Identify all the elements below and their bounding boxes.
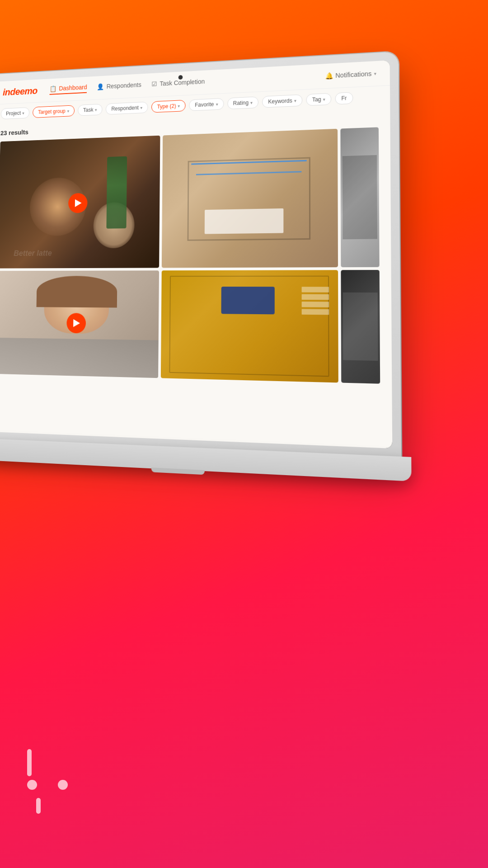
screen-content: indeemo 📋 Dashboard 👤 Respondents [0,60,392,448]
bell-icon: 🔔 [325,72,333,80]
play-triangle-person-icon [73,319,80,327]
filter-type[interactable]: Type (2) ▾ [151,100,186,113]
filter-project[interactable]: Project ▾ [1,107,30,119]
tab-dashboard-label: Dashboard [59,84,87,92]
results-section: 23 results [0,107,392,391]
filter-rating-label: Rating [233,99,249,106]
grid-item-partial-bottom[interactable] [341,270,380,384]
target-group-chevron-icon: ▾ [67,108,69,113]
tab-respondents-label: Respondents [107,81,141,90]
project-chevron-icon: ▾ [22,111,24,115]
rating-chevron-icon: ▾ [250,100,253,105]
filter-favorite-label: Favorite [195,101,214,108]
filter-keywords-label: Keywords [268,98,292,105]
filter-tag-label: Tag [312,96,321,103]
dots-decoration [27,749,68,814]
filter-favorite[interactable]: Favorite ▾ [189,98,224,111]
tab-dashboard[interactable]: 📋 Dashboard [50,84,87,95]
keywords-chevron-icon: ▾ [294,98,296,103]
filter-respondent[interactable]: Respondent ▾ [106,102,148,115]
filter-task-label: Task [83,107,94,113]
task-icon: ☑ [151,80,157,88]
grid-item-coffee[interactable]: Better latte [0,136,160,269]
grid-item-person[interactable] [0,270,159,378]
grid-item-vending[interactable] [161,270,338,382]
laptop: indeemo 📋 Dashboard 👤 Respondents [0,47,478,520]
dot-left [27,780,37,790]
laptop-screen-bezel: indeemo 📋 Dashboard 👤 Respondents [0,60,392,448]
grid-item-partial-top[interactable] [340,127,379,267]
dot-bar [27,749,32,776]
filter-rating[interactable]: Rating ▾ [227,96,258,109]
favorite-chevron-icon: ▾ [216,102,218,107]
filter-type-label: Type (2) [157,103,176,110]
respondent-chevron-icon: ▾ [141,105,143,110]
respondents-icon: 👤 [97,83,104,90]
play-triangle-icon [75,199,82,207]
filter-task[interactable]: Task ▾ [78,104,103,116]
tab-task-completion[interactable]: ☑ Task Completion [151,78,205,89]
filter-keywords[interactable]: Keywords ▾ [262,94,302,108]
filter-respondent-label: Respondent [111,104,139,112]
logo-text: indeemo [3,85,38,98]
filter-project-label: Project [6,110,21,117]
tab-respondents[interactable]: 👤 Respondents [97,81,141,92]
tab-task-label: Task Completion [160,78,205,87]
notifications-chevron-icon: ▾ [374,71,376,76]
logo: indeemo [3,85,38,98]
filter-fr-label: Fr [341,95,347,102]
dot-right [58,780,68,790]
laptop-outer: indeemo 📋 Dashboard 👤 Respondents [0,52,401,458]
laptop-hinge [151,467,205,475]
dashboard-icon: 📋 [50,85,56,92]
image-grid: Better latte [0,127,380,383]
filter-fr[interactable]: Fr [335,92,353,104]
task-chevron-icon: ▾ [95,107,97,112]
notifications-label: Notifications [335,70,371,79]
type-chevron-icon: ▾ [178,104,180,108]
tag-chevron-icon: ▾ [323,97,325,102]
filter-tag[interactable]: Tag ▾ [306,93,331,106]
filter-target-group-label: Target group [38,108,66,115]
grid-item-box[interactable] [162,129,338,268]
dot-bar-2 [36,798,41,814]
notifications-button[interactable]: 🔔 Notifications ▾ [325,70,376,80]
filter-target-group[interactable]: Target group ▾ [33,105,75,118]
